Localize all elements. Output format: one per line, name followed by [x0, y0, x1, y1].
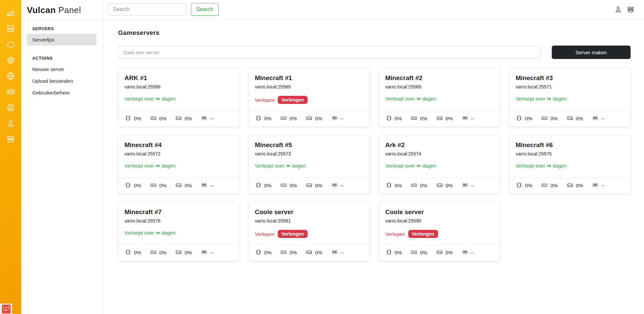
server-address: varro.local:25576 [124, 218, 233, 224]
stat-disk: 0% [175, 249, 192, 257]
server-card-footer: 0% 0% 0% -- [379, 110, 500, 126]
stat-cpu: 0% [385, 249, 402, 257]
server-card[interactable]: Minecraft #1 varro.local:25565 VerlopenV… [249, 68, 370, 127]
topbar-icons [614, 5, 635, 13]
server-address: varro.local:25569 [385, 84, 494, 89]
players-icon [592, 182, 599, 190]
stat-players: -- [201, 182, 213, 190]
memory-icon [280, 249, 287, 257]
sidebar-item-gebruikerbeheer[interactable]: Gebruikerbeheer [27, 87, 97, 99]
stat-disk-value: 0% [576, 116, 583, 121]
stat-cpu-value: 0% [395, 250, 402, 255]
stat-cpu-value: 0% [525, 183, 532, 188]
stat-disk-value: 0% [315, 116, 322, 121]
stat-cpu-value: 0% [525, 116, 532, 121]
icon-rail [0, 0, 21, 314]
cpu-icon [255, 182, 262, 190]
server-status: VerlopenVerlengen [385, 230, 494, 238]
sidebar-item-nieuwe-server[interactable]: Nieuwe server [27, 63, 97, 75]
server-card[interactable]: Coole server varro.local:25590 VerlopenV… [379, 202, 500, 261]
status-expired-text: Verlopen [385, 231, 405, 237]
cheese-icon[interactable] [6, 8, 15, 18]
server-card[interactable]: Ark #2 varro.local:25574 Verloopt over∞d… [379, 135, 500, 194]
topbar-user-icon[interactable] [614, 5, 622, 13]
server-card-footer: 0% 0% 0% -- [118, 110, 239, 126]
cpu-icon [516, 115, 523, 123]
store-icon[interactable] [6, 134, 15, 144]
players-icon [592, 115, 599, 123]
server-address: varro.local:25590 [385, 218, 494, 224]
status-suffix: dagen [162, 163, 176, 169]
sidebar-item-upload-bestanden[interactable]: Upload bestanden [27, 75, 97, 87]
stat-players: -- [331, 115, 344, 123]
search-button[interactable]: Search [191, 3, 219, 16]
server-card[interactable]: Minecraft #6 varro.local:25575 Verloopt … [509, 135, 631, 194]
renew-button[interactable]: Verlengen [408, 230, 438, 238]
status-prefix: Verloopt over [385, 163, 415, 169]
players-icon [462, 115, 469, 123]
status-suffix: dagen [422, 96, 436, 102]
server-card-body: Minecraft #7 varro.local:25576 Verloopt … [118, 202, 239, 244]
renew-button[interactable]: Verlengen [278, 230, 308, 238]
stat-memory-value: 0% [550, 116, 558, 121]
app-title-bold: Vulcan [27, 5, 56, 15]
memory-icon [150, 249, 157, 257]
players-icon [462, 182, 469, 190]
server-card-body: Coole server varro.local:25581 VerlopenV… [249, 202, 370, 244]
server-status: Verloopt over∞dagen [255, 163, 364, 169]
players-icon [331, 182, 338, 190]
stat-memory-value: 0% [289, 183, 297, 188]
stat-cpu: 0% [255, 182, 272, 190]
stat-cpu-value: 0% [264, 183, 272, 188]
server-status: Verloopt over∞dagen [516, 163, 624, 169]
server-card-footer: 0% 0% 0% -- [509, 110, 630, 126]
server-card[interactable]: Minecraft #2 varro.local:25569 Verloopt … [379, 68, 500, 127]
server-card-footer: 0% 0% 0% -- [118, 244, 239, 260]
renew-button[interactable]: Verlengen [278, 96, 308, 104]
disk-icon [306, 249, 313, 257]
stat-players-value: -- [471, 250, 474, 255]
server-address: varro.local:25565 [255, 84, 364, 89]
stat-players: -- [201, 249, 213, 257]
status-active-text: Verloopt over∞dagen [385, 163, 436, 169]
server-card-body: Minecraft #4 varro.local:25572 Verloopt … [118, 135, 239, 177]
sidebar-item-serverlijst[interactable]: Serverlijst [27, 34, 97, 46]
user-icon[interactable] [6, 119, 15, 128]
support-chip-icon[interactable] [6, 103, 15, 112]
globe-icon[interactable] [6, 71, 15, 81]
stat-disk-value: 0% [576, 183, 583, 188]
server-status: Verloopt over∞dagen [516, 96, 624, 102]
server-card[interactable]: Coole server varro.local:25581 VerlopenV… [249, 202, 370, 261]
stat-disk: 0% [567, 182, 583, 190]
create-server-button[interactable]: Server maken [552, 46, 631, 59]
sidebar-section-actions: ACTIONS [27, 56, 97, 61]
server-address: varro.local:25573 [255, 151, 364, 156]
network-web-icon[interactable] [6, 56, 15, 65]
server-name: Minecraft #7 [124, 208, 233, 216]
server-status: VerlopenVerlengen [255, 96, 364, 104]
stat-memory: 0% [150, 115, 167, 123]
topbar-store-icon[interactable] [627, 5, 635, 13]
server-card[interactable]: ARK #1 varro.local:25566 Verloopt over∞d… [118, 68, 239, 127]
cloud-icon[interactable] [6, 40, 15, 49]
topbar: Search [102, 0, 644, 19]
server-filter-input[interactable] [118, 46, 541, 59]
status-prefix: Verloopt over [124, 96, 154, 102]
server-card[interactable]: Minecraft #5 varro.local:25573 Verloopt … [249, 135, 370, 194]
stat-memory-value: 0% [420, 250, 427, 255]
stat-memory: 0% [411, 182, 427, 190]
billing-check-icon[interactable] [6, 87, 15, 97]
server-card-body: ARK #1 varro.local:25566 Verloopt over∞d… [118, 68, 239, 110]
search-input[interactable] [108, 3, 187, 16]
cpu-icon [385, 182, 392, 190]
server-card[interactable]: Minecraft #4 varro.local:25572 Verloopt … [118, 135, 239, 194]
infinity-icon: ∞ [156, 96, 160, 102]
server-card-footer: 0% 0% 0% -- [249, 177, 370, 193]
status-active-text: Verloopt over∞dagen [124, 96, 175, 102]
disk-icon [175, 182, 182, 190]
server-rack-icon[interactable] [6, 24, 15, 34]
server-card[interactable]: Minecraft #7 varro.local:25576 Verloopt … [118, 202, 239, 261]
stat-disk-value: 0% [184, 116, 192, 121]
server-card[interactable]: Minecraft #3 varro.local:25571 Verloopt … [509, 68, 631, 127]
stat-players: -- [592, 182, 604, 190]
